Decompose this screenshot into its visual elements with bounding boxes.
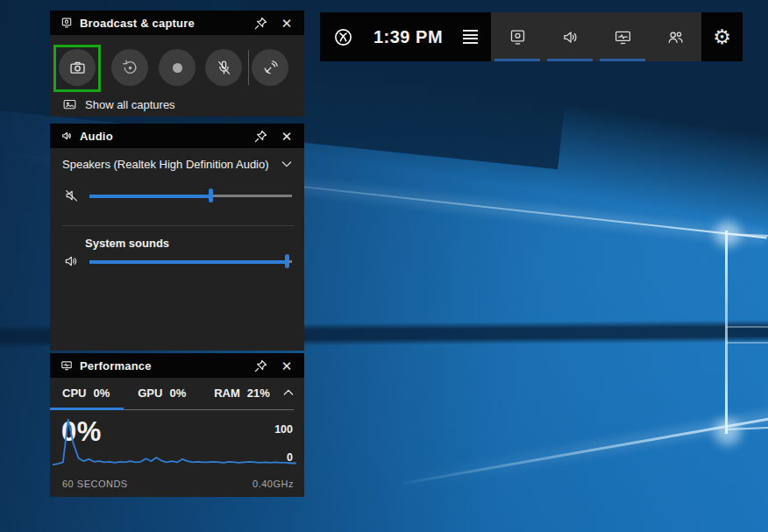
close-icon[interactable]: ✕ xyxy=(277,13,296,32)
audio-titlebar: Audio ✕ xyxy=(50,124,304,148)
broadcast-capture-panel: Broadcast & capture ✕ xyxy=(50,11,304,117)
tab-ram[interactable]: RAM 21% xyxy=(214,387,270,400)
start-broadcast-button[interactable] xyxy=(252,49,288,86)
settings-gear-icon[interactable]: ⚙ xyxy=(713,27,731,47)
speakers-volume-row xyxy=(62,187,292,204)
cpu-graph xyxy=(53,412,296,468)
captures-gallery-icon xyxy=(62,97,77,112)
system-sounds-slider[interactable] xyxy=(89,254,292,268)
gamebar-topbar: 1:39 PM xyxy=(320,12,743,61)
performance-monitor-icon xyxy=(60,359,73,372)
windows-logo-edge xyxy=(725,231,728,434)
speaker-icon[interactable] xyxy=(62,252,82,270)
camera-icon xyxy=(68,59,87,77)
widget-open-underline xyxy=(494,59,540,61)
speaker-icon xyxy=(561,28,580,46)
microphone-muted-button[interactable] xyxy=(205,49,242,86)
chevron-up-icon[interactable] xyxy=(281,386,295,400)
tab-underline xyxy=(124,409,294,410)
widget-open-underline xyxy=(547,59,593,61)
x-axis-span-label: 60 SECONDS xyxy=(62,479,128,489)
close-icon[interactable]: ✕ xyxy=(277,126,296,145)
close-icon[interactable]: ✕ xyxy=(277,356,296,375)
speakers-volume-slider[interactable] xyxy=(89,188,292,202)
button-divider xyxy=(248,50,249,85)
speaker-muted-icon[interactable] xyxy=(62,187,82,204)
pin-icon[interactable] xyxy=(251,13,270,32)
clock: 1:39 PM xyxy=(373,27,443,47)
performance-panel: Performance ✕ CPU 0% GPU 0% RAM 21% xyxy=(50,353,304,497)
audio-widget-button[interactable] xyxy=(544,12,596,61)
performance-monitor-icon xyxy=(614,28,632,46)
panel-title: Broadcast & capture xyxy=(80,17,244,30)
performance-widget-button[interactable] xyxy=(596,12,649,61)
windows-logo-edge xyxy=(726,326,768,328)
slider-fill xyxy=(89,195,211,198)
divider xyxy=(62,225,294,226)
people-icon xyxy=(666,28,685,46)
cpu-graph-line xyxy=(53,420,296,465)
desktop: 1:39 PM xyxy=(0,0,768,532)
capture-widget-icon xyxy=(60,17,73,29)
tab-gpu[interactable]: GPU 0% xyxy=(138,387,186,400)
system-sounds-row xyxy=(62,252,292,270)
windows-logo-glow xyxy=(715,221,741,247)
pin-icon[interactable] xyxy=(251,356,270,375)
audio-device-dropdown[interactable]: Speakers (Realtek High Definition Audio) xyxy=(62,157,294,171)
show-all-captures-label: Show all captures xyxy=(85,98,175,111)
performance-titlebar: Performance ✕ xyxy=(50,353,304,378)
mic-muted-icon xyxy=(215,59,233,77)
slider-thumb[interactable] xyxy=(209,188,213,202)
widget-menu-icon[interactable] xyxy=(463,30,478,44)
panel-title: Performance xyxy=(80,359,244,372)
windows-logo-edge xyxy=(726,342,768,344)
gamebar-settings-section: ⚙ xyxy=(701,12,743,61)
system-sounds-label: System sounds xyxy=(85,237,169,250)
slider-fill xyxy=(89,260,288,264)
xbox-logo-icon[interactable] xyxy=(333,27,353,47)
gamebar-home-section: 1:39 PM xyxy=(320,12,491,61)
broadcast-capture-titlebar: Broadcast & capture ✕ xyxy=(50,11,304,35)
start-recording-button[interactable] xyxy=(159,49,196,86)
record-last-30s-button[interactable] xyxy=(111,49,148,86)
social-widget-button[interactable] xyxy=(649,12,701,61)
speaker-icon xyxy=(60,130,73,142)
take-screenshot-button[interactable] xyxy=(59,49,96,86)
audio-panel: Audio ✕ Speakers (Realtek High Definitio… xyxy=(50,124,304,351)
tab-cpu[interactable]: CPU 0% xyxy=(62,387,110,400)
widget-open-underline xyxy=(600,59,645,61)
broadcast-icon xyxy=(261,59,280,77)
gamebar-widget-buttons xyxy=(491,12,701,61)
graph-footer: 60 SECONDS 0.40GHz xyxy=(62,479,294,489)
record-that-icon xyxy=(121,59,139,77)
slider-thumb[interactable] xyxy=(285,254,289,268)
chevron-down-icon xyxy=(280,157,294,171)
capture-widget-button[interactable] xyxy=(491,12,544,61)
show-all-captures-link[interactable]: Show all captures xyxy=(62,97,175,112)
pin-icon[interactable] xyxy=(251,126,270,145)
windows-logo-glow xyxy=(715,419,741,445)
performance-tabs: CPU 0% GPU 0% RAM 21% xyxy=(50,378,304,408)
capture-widget-icon xyxy=(508,28,527,46)
cpu-frequency-label: 0.40GHz xyxy=(252,479,294,489)
record-dot-icon xyxy=(168,59,187,77)
panel-title: Audio xyxy=(80,130,244,143)
audio-device-label: Speakers (Realtek High Definition Audio) xyxy=(62,158,269,171)
active-tab-underline xyxy=(50,408,124,410)
